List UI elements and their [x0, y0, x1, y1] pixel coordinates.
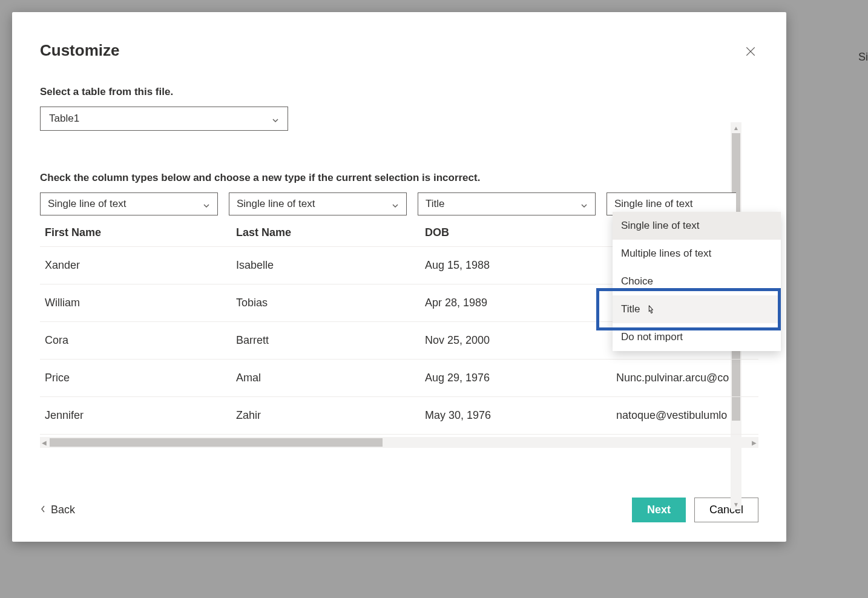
cell-last-name: Zahir	[236, 409, 425, 422]
dropdown-option-title[interactable]: Title	[613, 295, 781, 323]
dropdown-option-choice[interactable]: Choice	[613, 268, 781, 295]
chevron-down-icon	[392, 200, 399, 208]
cell-last-name: Amal	[236, 372, 425, 384]
cell-first-name: Jennifer	[45, 409, 236, 422]
cell-last-name: Isabelle	[236, 259, 425, 272]
column-type-value-3: Title	[426, 198, 445, 210]
table-select[interactable]: Table1	[40, 107, 288, 131]
cell-last-name: Barrett	[236, 334, 425, 347]
table-row: Price Amal Aug 29, 1976 Nunc.pulvinar.ar…	[40, 360, 758, 397]
table-selected-value: Table1	[49, 113, 79, 125]
scroll-right-icon[interactable]: ▶	[750, 438, 758, 447]
header-last-name: Last Name	[236, 226, 425, 239]
column-type-select-1[interactable]: Single line of text	[40, 192, 218, 215]
next-button[interactable]: Next	[632, 498, 686, 522]
table-row: Jennifer Zahir May 30, 1976 natoque@vest…	[40, 397, 758, 435]
cell-dob: Nov 25, 2000	[425, 334, 616, 347]
cell-dob: Aug 15, 1988	[425, 259, 616, 272]
chevron-left-icon	[40, 504, 46, 516]
cell-dob: Apr 28, 1989	[425, 297, 616, 309]
cell-col4: Nunc.pulvinar.arcu@co	[616, 372, 743, 384]
dropdown-option-title-label: Title	[621, 303, 640, 315]
chevron-down-icon	[272, 115, 279, 122]
back-label: Back	[51, 504, 75, 516]
column-types-label: Check the column types below and choose …	[40, 172, 758, 184]
cell-first-name: William	[45, 297, 236, 309]
cell-first-name: Xander	[45, 259, 236, 272]
modal-header: Customize	[40, 41, 758, 62]
cell-col4: natoque@vestibulumlo	[616, 409, 743, 422]
cell-first-name: Price	[45, 372, 236, 384]
column-type-value-2: Single line of text	[237, 198, 315, 210]
close-button[interactable]	[743, 44, 758, 62]
dropdown-option-do-not-import[interactable]: Do not import	[613, 323, 781, 351]
cell-dob: May 30, 1976	[425, 409, 616, 422]
background-partial-text: Si	[858, 51, 868, 64]
dropdown-option-multiple-lines[interactable]: Multiple lines of text	[613, 240, 781, 268]
back-button[interactable]: Back	[40, 504, 75, 516]
header-first-name: First Name	[45, 226, 236, 239]
column-type-select-2[interactable]: Single line of text	[229, 192, 407, 215]
column-type-value-1: Single line of text	[48, 198, 126, 210]
header-dob: DOB	[425, 226, 616, 239]
cell-first-name: Cora	[45, 334, 236, 347]
modal-footer: Back Next Cancel	[40, 481, 758, 522]
table-select-label: Select a table from this file.	[40, 86, 758, 98]
scroll-up-icon[interactable]: ▲	[732, 123, 740, 132]
scrollbar-thumb-h[interactable]	[50, 438, 383, 447]
chevron-down-icon	[580, 200, 588, 208]
scroll-left-icon[interactable]: ◀	[40, 438, 48, 447]
scroll-down-icon[interactable]: ▼	[732, 500, 740, 508]
column-type-dropdown: Single line of text Multiple lines of te…	[613, 212, 781, 351]
horizontal-scrollbar[interactable]: ◀ ▶	[40, 437, 758, 448]
modal-title: Customize	[40, 41, 119, 60]
dropdown-option-single-line[interactable]: Single line of text	[613, 212, 781, 240]
cell-last-name: Tobias	[236, 297, 425, 309]
cell-dob: Aug 29, 1976	[425, 372, 616, 384]
column-type-value-4: Single line of text	[614, 198, 692, 210]
cancel-button[interactable]: Cancel	[694, 498, 758, 522]
chevron-down-icon	[203, 200, 210, 208]
cursor-pointer-icon	[645, 304, 656, 315]
column-type-select-3[interactable]: Title	[418, 192, 596, 215]
